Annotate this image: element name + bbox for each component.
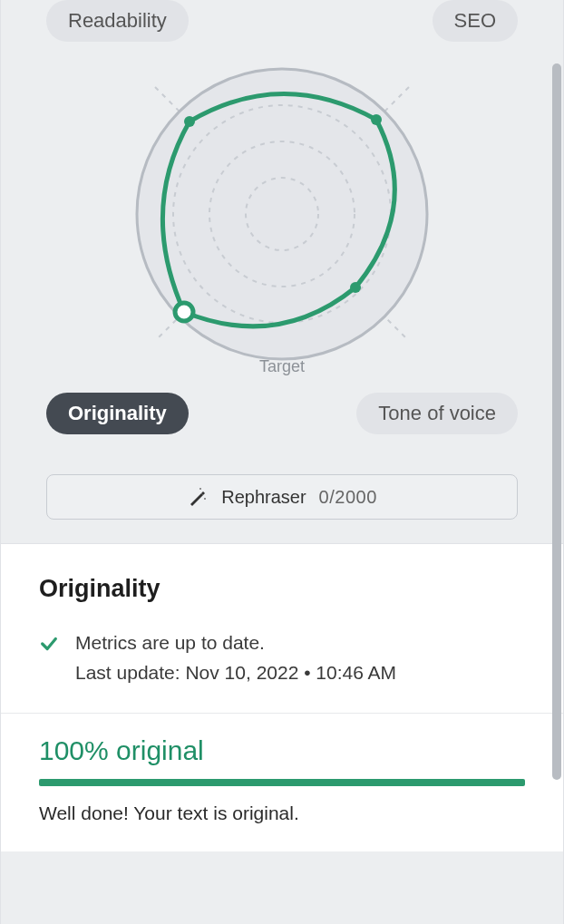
- top-pill-row: Readability SEO: [46, 0, 518, 42]
- result-headline: 100% original: [39, 735, 525, 766]
- svg-point-7: [184, 116, 195, 127]
- status-line-1: Metrics are up to date.: [75, 628, 396, 658]
- rephraser-label: Rephraser: [221, 487, 306, 508]
- svg-point-8: [371, 114, 382, 125]
- tab-readability[interactable]: Readability: [46, 0, 189, 42]
- status-text: Metrics are up to date. Last update: Nov…: [75, 628, 396, 687]
- radar-chart: [46, 42, 518, 381]
- svg-point-9: [350, 282, 361, 293]
- status-row: Metrics are up to date. Last update: Nov…: [39, 628, 525, 687]
- tab-tone-of-voice[interactable]: Tone of voice: [356, 393, 518, 434]
- target-label: Target: [46, 357, 518, 376]
- radar-area: Readability SEO: [1, 0, 563, 452]
- tab-seo[interactable]: SEO: [433, 0, 518, 42]
- magic-wand-icon: [187, 486, 209, 508]
- check-icon: [39, 634, 59, 654]
- tab-originality[interactable]: Originality: [46, 393, 189, 434]
- section-title: Originality: [39, 575, 525, 603]
- bottom-pill-row: Originality Tone of voice: [46, 393, 518, 434]
- status-line-2: Last update: Nov 10, 2022 • 10:46 AM: [75, 658, 396, 688]
- radar-svg: [119, 51, 445, 377]
- result-section: 100% original Well done! Your text is or…: [1, 714, 563, 851]
- result-message: Well done! Your text is original.: [39, 802, 525, 824]
- result-progress-bar: [39, 779, 525, 786]
- originality-section: Originality Metrics are up to date. Last…: [1, 543, 563, 713]
- svg-point-10: [175, 303, 193, 321]
- analysis-panel: Readability SEO: [0, 0, 564, 924]
- rephraser-button[interactable]: Rephraser 0/2000: [46, 474, 518, 520]
- rephraser-count: 0/2000: [319, 487, 377, 508]
